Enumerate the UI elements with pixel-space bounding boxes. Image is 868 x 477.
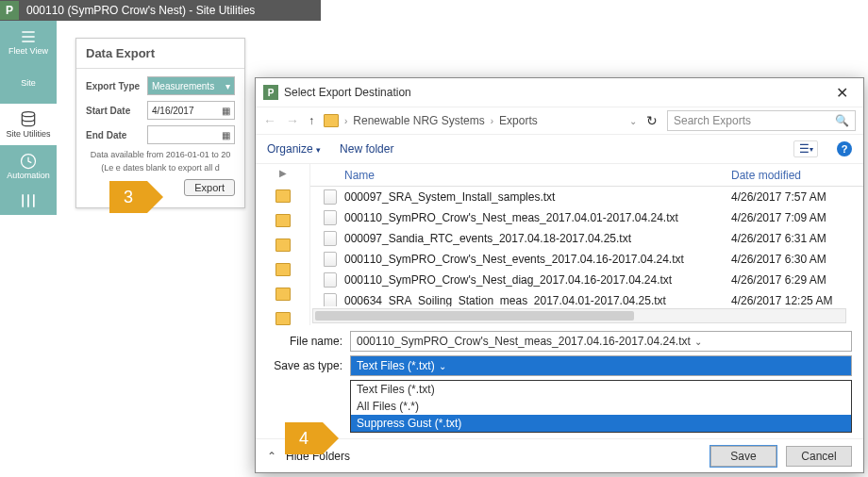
nav-fwd-button[interactable]: →: [286, 113, 299, 128]
view-options-button[interactable]: ☰▾: [793, 140, 818, 157]
arrow-right-icon: [323, 422, 339, 454]
save-type-select[interactable]: Text Files (*.txt) ⌄: [350, 355, 852, 376]
file-date: 4/26/2017 6:29 AM: [731, 273, 863, 287]
folder-icon[interactable]: [275, 238, 291, 252]
type-option[interactable]: Suppress Gust (*.txt): [351, 415, 851, 432]
folder-icon[interactable]: [275, 214, 291, 227]
sidebar-item-label: Automation: [7, 171, 50, 180]
folder-icon: [324, 114, 339, 127]
panel-title: Data Export: [76, 39, 244, 69]
folder-icon[interactable]: [275, 263, 291, 276]
list-icon: [19, 27, 38, 46]
help-button[interactable]: ?: [837, 141, 852, 156]
sidebar-item-label: Fleet View: [8, 46, 48, 56]
file-list-header: Name Date modified: [310, 164, 863, 187]
text-file-icon: [324, 210, 337, 225]
folder-icon[interactable]: [275, 288, 291, 301]
save-type-dropdown: Text Files (*.txt)All Files (*.*)Suppres…: [350, 380, 852, 433]
end-date-input[interactable]: ▦: [147, 125, 235, 144]
file-name: 000097_Sandia_RTC_events_2017.04.18-2017…: [344, 232, 731, 245]
export-type-select[interactable]: Measurements ▾: [147, 76, 235, 95]
clock-icon: [19, 152, 38, 171]
organize-menu[interactable]: Organize ▾: [267, 142, 321, 156]
new-folder-button[interactable]: New folder: [340, 142, 393, 156]
file-row[interactable]: 000634_SRA_Soiling_Station_meas_2017.04.…: [310, 290, 863, 306]
save-dialog: P Select Export Destination ✕ ← → ↑ › Re…: [255, 77, 864, 473]
file-date: 4/26/2017 6:30 AM: [731, 253, 863, 266]
dialog-footer: ⌃ Hide Folders Save Cancel: [256, 438, 863, 472]
file-name: 000097_SRA_System_Install_samples.txt: [344, 190, 731, 204]
callout-4-label: 4: [285, 422, 323, 454]
chevron-up-icon[interactable]: ⌃: [267, 450, 276, 463]
file-date: 4/26/2017 7:09 AM: [731, 211, 863, 224]
nav-tree[interactable]: ▶: [256, 164, 310, 325]
dialog-navbar: ← → ↑ › Renewable NRG Systems › Exports …: [256, 107, 863, 135]
file-date: 4/26/2017 12:25 AM: [731, 294, 863, 306]
chevron-down-icon[interactable]: ⌄: [629, 116, 637, 126]
arrow-right-icon: [147, 181, 163, 213]
chevron-right-icon: ›: [344, 116, 347, 126]
horizontal-scrollbar[interactable]: [312, 308, 846, 323]
file-name-label: File name:: [267, 335, 350, 348]
panel-note-1: Data available from 2016-01-01 to 20: [86, 150, 235, 161]
sidebar-item-more[interactable]: [0, 187, 57, 215]
file-date: 4/26/2017 6:31 AM: [731, 232, 863, 245]
text-file-icon: [324, 293, 337, 306]
calendar-icon[interactable]: ▦: [222, 106, 230, 116]
chevron-down-icon[interactable]: ⌄: [694, 337, 702, 347]
file-row[interactable]: 000097_SRA_System_Install_samples.txt4/2…: [310, 187, 863, 207]
nav-up-button[interactable]: ↑: [309, 114, 314, 127]
text-file-icon: [324, 252, 337, 267]
search-input[interactable]: Search Exports 🔍: [667, 110, 856, 131]
text-file-icon: [324, 272, 337, 288]
app-titlebar: P 000110 (SymPRO Crow's Nest) - Site Uti…: [0, 0, 321, 21]
export-button[interactable]: Export: [184, 179, 235, 196]
chevron-down-icon: ▾: [316, 145, 321, 155]
file-name-value: 000110_SymPRO_Crow's_Nest_meas_2017.04.1…: [357, 335, 691, 348]
folder-icon[interactable]: [275, 312, 291, 325]
file-list: 000097_SRA_System_Install_samples.txt4/2…: [310, 187, 863, 306]
callout-3-label: 3: [109, 181, 147, 213]
chevron-down-icon[interactable]: ⌄: [439, 361, 446, 371]
close-button[interactable]: ✕: [827, 84, 856, 102]
calendar-icon[interactable]: ▦: [222, 130, 230, 140]
save-type-value: Text Files (*.txt): [357, 359, 435, 372]
file-row[interactable]: 000110_SymPRO_Crow's_Nest_diag_2017.04.1…: [310, 270, 863, 290]
sidebar-item-site-utilities[interactable]: Site Utilities: [0, 104, 57, 145]
file-date: 4/26/2017 7:57 AM: [731, 190, 863, 204]
type-option[interactable]: All Files (*.*): [351, 398, 851, 415]
file-name: 000110_SymPRO_Crow's_Nest_meas_2017.04.0…: [344, 211, 731, 224]
file-name: 000110_SymPRO_Crow's_Nest_events_2017.04…: [344, 253, 731, 266]
sidebar-item-site[interactable]: Site: [0, 62, 57, 104]
dialog-toolbar: Organize ▾ New folder ☰▾ ?: [256, 135, 863, 163]
dialog-titlebar: P Select Export Destination ✕: [256, 78, 863, 107]
sliders-icon: [19, 191, 38, 210]
type-option[interactable]: Text Files (*.txt): [351, 381, 851, 398]
save-button[interactable]: Save: [710, 446, 776, 467]
panel-note-2: (Le e dates blank to export all d: [86, 163, 235, 174]
col-name-header[interactable]: Name: [310, 169, 731, 182]
dialog-icon: P: [263, 85, 278, 100]
file-name-input[interactable]: 000110_SymPRO_Crow's_Nest_meas_2017.04.1…: [350, 331, 852, 352]
file-row[interactable]: 000110_SymPRO_Crow's_Nest_events_2017.04…: [310, 249, 863, 270]
refresh-button[interactable]: ↻: [646, 113, 658, 128]
callout-4: 4: [285, 422, 339, 454]
export-type-value: Measurements: [152, 81, 214, 91]
cancel-button[interactable]: Cancel: [786, 446, 852, 467]
save-type-label: Save as type:: [267, 359, 350, 372]
search-icon: 🔍: [835, 114, 849, 127]
folder-icon[interactable]: [275, 189, 291, 203]
col-date-header[interactable]: Date modified: [731, 169, 863, 182]
start-date-value: 4/16/2017: [152, 106, 194, 116]
start-date-input[interactable]: 4/16/2017 ▦: [147, 101, 235, 120]
sidebar-item-automation[interactable]: Automation: [0, 145, 57, 187]
chevron-right-icon[interactable]: ▶: [279, 168, 287, 178]
breadcrumb-seg-0[interactable]: Renewable NRG Systems: [353, 114, 484, 127]
breadcrumb[interactable]: › Renewable NRG Systems › Exports ⌄: [324, 114, 637, 127]
sidebar-item-fleet-view[interactable]: Fleet View: [0, 21, 57, 62]
file-row[interactable]: 000097_Sandia_RTC_events_2017.04.18-2017…: [310, 228, 863, 249]
nav-back-button[interactable]: ←: [263, 113, 276, 128]
breadcrumb-seg-1[interactable]: Exports: [499, 114, 538, 127]
file-row[interactable]: 000110_SymPRO_Crow's_Nest_meas_2017.04.0…: [310, 207, 863, 228]
chevron-right-icon: ›: [491, 116, 493, 126]
